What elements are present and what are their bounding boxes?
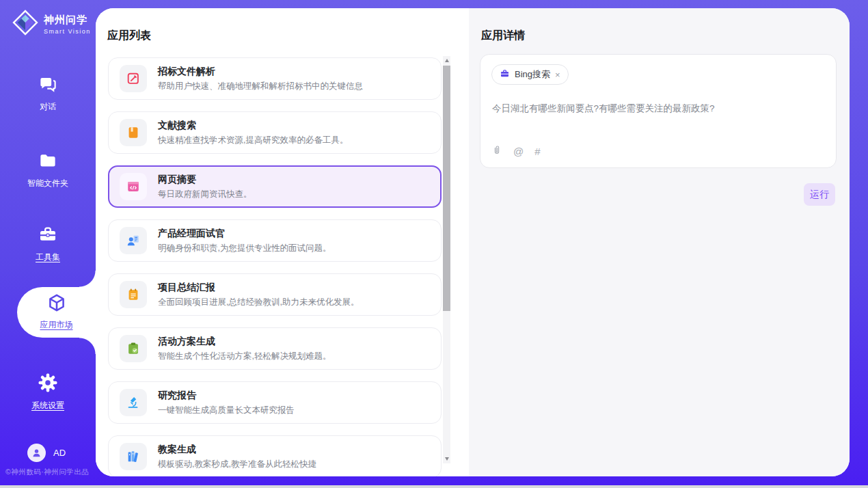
list-scrollbar[interactable] [443, 56, 450, 463]
hashtag-icon[interactable]: # [534, 146, 540, 157]
app-card-desc: 智能生成个性化活动方案,轻松解决规划难题。 [158, 351, 331, 362]
app-card-desc: 快速精准查找学术资源,提高研究效率的必备工具。 [158, 135, 348, 146]
bubble-corner-top [79, 271, 96, 287]
app-card-title: 文献搜索 [158, 120, 348, 132]
tool-tag-bing-search[interactable]: Bing搜索 × [491, 64, 569, 85]
app-card-desc: 明确身份和职责,为您提供专业性的面试问题。 [158, 243, 331, 254]
cube-icon [46, 304, 68, 316]
chat-icon [38, 85, 58, 96]
app-card-desc: 全面回顾项目进展,总结经验教训,助力未来优化发展。 [158, 297, 359, 308]
app-card-event-plan[interactable]: 活动方案生成 智能生成个性化活动方案,轻松解决规划难题。 [108, 327, 442, 370]
prompt-input-card[interactable]: Bing搜索 × 今日湖北有哪些新闻要点?有哪些需要关注的最新政策? @ # [480, 54, 837, 168]
tool-tag-label: Bing搜索 [515, 68, 550, 81]
document-pen-icon [120, 65, 147, 92]
app-card-title: 研究报告 [158, 390, 295, 402]
notepad-icon [120, 281, 147, 308]
app-logo: 神州问学 Smart Vision [12, 10, 91, 38]
sidebar-item-toolset[interactable]: 工具集 [0, 224, 96, 263]
app-card-title: 活动方案生成 [158, 336, 331, 348]
brand-name: 神州问学 Smart Vision [44, 14, 91, 35]
app-card-title: 产品经理面试官 [158, 228, 331, 240]
toolbox-icon [38, 235, 58, 247]
app-list-panel: 应用列表 招标文件解析 帮助用户快速、准确地理解和解析招标书中的关键信息 [96, 8, 469, 476]
app-card-project-summary[interactable]: 项目总结汇报 全面回顾项目进展,总结经验教训,助力未来优化发展。 [108, 273, 442, 316]
scroll-up-arrow[interactable] [443, 56, 450, 65]
app-card-pm-interviewer[interactable]: 产品经理面试官 明确身份和职责,为您提供专业性的面试问题。 [108, 219, 442, 262]
sidebar-item-label: 工具集 [0, 252, 96, 263]
scrollbar-thumb[interactable] [443, 66, 450, 311]
sidebar-item-label: 应用市场 [17, 319, 96, 331]
book-icon [120, 119, 147, 146]
main-content: 应用列表 招标文件解析 帮助用户快速、准确地理解和解析招标书中的关键信息 [96, 8, 850, 476]
mention-icon[interactable]: @ [513, 146, 524, 157]
diamond-logo-icon [12, 10, 38, 38]
app-card-desc: 帮助用户快速、准确地理解和解析招标书中的关键信息 [158, 81, 363, 92]
app-card-lesson-plan[interactable]: 教案生成 模板驱动,教案秒成,教学准备从此轻松快捷 [108, 435, 442, 476]
app-list-title: 应用列表 [107, 29, 151, 43]
sidebar-item-label: 系统设置 [0, 400, 96, 411]
briefcase-icon [500, 68, 510, 81]
user-account[interactable]: AD [27, 444, 66, 462]
run-button[interactable]: 运行 [804, 183, 835, 206]
close-icon[interactable]: × [555, 70, 560, 79]
input-toolbar: @ # [491, 144, 541, 159]
sidebar-item-app-market[interactable]: 应用市场 [17, 292, 96, 331]
app-card-title: 招标文件解析 [158, 66, 363, 78]
app-card-desc: 一键智能生成高质量长文本研究报告 [158, 405, 295, 416]
sidebar-item-label: 智能文件夹 [0, 178, 96, 189]
bottom-edge-strip [0, 485, 868, 488]
interviewer-icon [120, 227, 147, 254]
sidebar-item-chat[interactable]: 对话 [0, 74, 96, 113]
sidebar-item-label: 对话 [0, 101, 96, 113]
gear-icon [38, 383, 58, 395]
books-icon [120, 443, 147, 470]
app-card-bid-parsing[interactable]: 招标文件解析 帮助用户快速、准确地理解和解析招标书中的关键信息 [108, 57, 442, 100]
clipboard-check-icon [120, 335, 147, 362]
scroll-down-arrow[interactable] [443, 455, 450, 463]
app-card-literature-search[interactable]: 文献搜索 快速精准查找学术资源,提高研究效率的必备工具。 [108, 111, 442, 154]
bubble-corner-bottom [79, 338, 96, 354]
sidebar-footer: ©神州数码·神州问学出品 [5, 467, 89, 477]
app-card-title: 网页摘要 [158, 174, 252, 186]
microscope-icon [120, 389, 147, 416]
app-detail-panel: 应用详情 Bing搜索 × 今日湖北有哪些新闻要点?有哪些需要关注的最新政策? [469, 8, 850, 476]
app-card-list: 招标文件解析 帮助用户快速、准确地理解和解析招标书中的关键信息 文献搜索 快速精… [108, 57, 442, 476]
app-detail-title: 应用详情 [481, 29, 525, 43]
app-card-research-report[interactable]: 研究报告 一键智能生成高质量长文本研究报告 [108, 381, 442, 424]
attachment-icon[interactable] [491, 144, 502, 159]
app-card-title: 教案生成 [158, 444, 316, 456]
sidebar: 神州问学 Smart Vision 对话 智能文件夹 [0, 0, 96, 485]
sidebar-item-smart-folder[interactable]: 智能文件夹 [0, 150, 96, 189]
folder-icon [38, 161, 58, 173]
app-card-web-summary[interactable]: 网页摘要 每日政府新闻资讯快查。 [108, 165, 442, 208]
person-avatar-icon [27, 444, 46, 462]
app-card-title: 项目总结汇报 [158, 282, 359, 294]
user-name: AD [53, 448, 66, 458]
prompt-input[interactable]: 今日湖北有哪些新闻要点?有哪些需要关注的最新政策? [492, 102, 822, 116]
sidebar-item-settings[interactable]: 系统设置 [0, 372, 96, 411]
app-card-desc: 每日政府新闻资讯快查。 [158, 189, 252, 200]
app-card-desc: 模板驱动,教案秒成,教学准备从此轻松快捷 [158, 459, 316, 470]
browser-code-icon [120, 173, 147, 200]
